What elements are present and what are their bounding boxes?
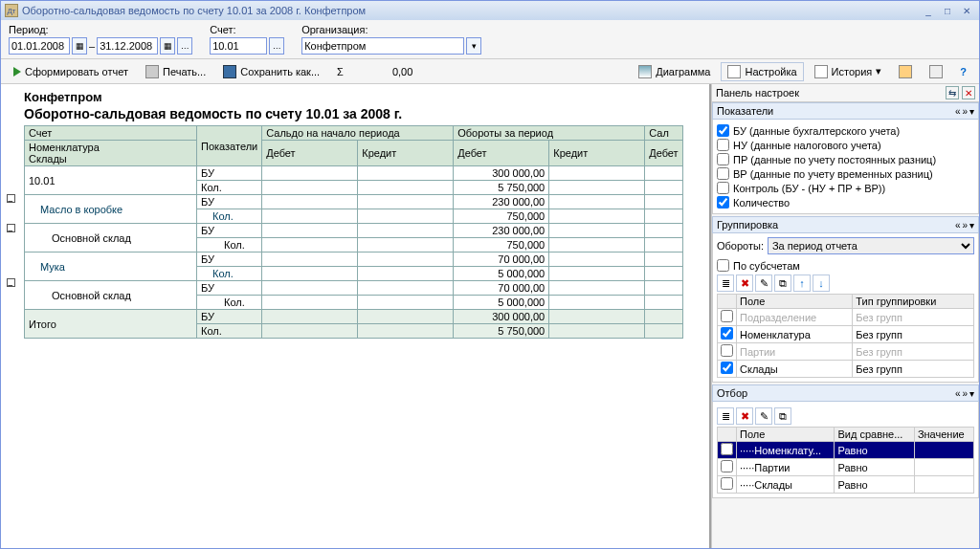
app-icon: Дт [5,4,18,17]
sigma-button[interactable]: Σ [330,63,350,80]
history-button[interactable]: История ▾ [808,62,889,81]
filter-row[interactable]: ·····Номенклату...Равно [718,442,974,459]
date-from-cal-icon[interactable]: ▦ [72,37,87,55]
chev-right-icon[interactable]: » [962,106,968,117]
report-table: Счет Показатели Сальдо на начало периода… [24,125,683,339]
section-group: Группировка«»▾ Обороты: За период отчета… [712,216,979,383]
section-group-header[interactable]: Группировка«»▾ [712,216,979,233]
arrow-down-icon[interactable]: ↓ [813,274,830,292]
tool-button-2[interactable] [923,62,949,81]
obor-select[interactable]: За период отчета [768,237,974,254]
help-button[interactable]: ? [953,63,973,80]
group-add-icon[interactable]: ≣ [717,274,734,292]
collapse-handle[interactable]: − [7,224,15,232]
filter-add-icon[interactable]: ≣ [717,407,734,425]
group-row[interactable]: СкладыБез групп [718,361,974,378]
content-area: − − − Конфетпром Оборотно-сальдовая ведо… [1,84,979,548]
sum-value: 0,00 [392,66,412,77]
col-deb2: Дебет [454,141,549,166]
panel-title: Панель настроек [716,87,799,99]
settings-icon [727,65,741,78]
row-total-bu-val: 300 000,00 [454,310,549,324]
org-input[interactable] [301,37,464,55]
chk-bu[interactable] [717,124,729,137]
chk-qty[interactable] [717,196,729,209]
account-select-button[interactable]: … [269,37,284,55]
table-row[interactable]: Масло в коробкеБУ230 000,00 [25,195,683,209]
group-row[interactable]: ПодразделениеБез групп [718,309,974,326]
chevron-down-icon: ▾ [876,65,881,77]
section-filter-header[interactable]: Отбор«»▾ [712,384,979,402]
chk-vr[interactable] [717,167,729,180]
help-icon: ? [960,66,967,77]
history-icon [814,65,828,78]
table-row[interactable]: Основной складБУ70 000,00 [25,281,683,296]
chev-down-icon[interactable]: ▾ [969,106,974,117]
collapse-handle[interactable]: − [7,194,15,203]
period-dash: – [89,40,95,52]
saveas-button[interactable]: Сохранить как... [216,62,326,81]
filter-row[interactable]: ·····ПартииРавно [718,459,974,476]
chk-ctrl[interactable] [717,182,729,194]
close-button[interactable]: ✕ [958,4,975,17]
tool-button-1[interactable] [892,62,919,81]
sigma-icon: Σ [337,66,344,77]
obor-label: Обороты: [717,240,764,252]
row-total-name: Итого [25,310,197,339]
arrow-up-icon[interactable]: ↑ [793,274,811,292]
chk-nu[interactable] [717,139,729,151]
date-to-input[interactable] [97,37,158,55]
form-report-label: Сформировать отчет [25,66,128,77]
tool-icon [899,65,912,78]
app-window: Дт Оборотно-сальдовая ведомость по счету… [0,0,980,549]
col-ozp: Обороты за период [454,126,645,141]
panel-close-icon[interactable]: ✕ [962,86,975,99]
filter-row[interactable]: ·····СкладыРавно [718,476,974,494]
report-area: − − − Конфетпром Оборотно-сальдовая ведо… [1,84,711,548]
disk-icon [223,65,236,78]
panel-header: Панель настроек ⇆ ✕ [712,84,979,102]
report-org: Конфетпром [20,86,709,104]
group-row[interactable]: НоменклатураБез групп [718,326,974,343]
group-edit-icon[interactable]: ✎ [755,274,772,292]
group-table: ПолеТип группировки ПодразделениеБез гру… [717,294,974,378]
chk-pr[interactable] [717,153,729,165]
params-bar: Период: ▦ – ▦ … Счет: … Организация: ▾ [1,20,979,59]
diagram-button[interactable]: Диаграмма [632,62,717,81]
account-input[interactable] [210,37,267,55]
date-from-input[interactable] [9,37,70,55]
filter-edit-icon[interactable]: ✎ [755,407,772,425]
row-total-kol-val: 5 750,000 [454,324,549,339]
filter-copy-icon[interactable]: ⧉ [774,407,791,425]
history-label: История [832,66,873,77]
minimize-button[interactable]: _ [920,4,937,17]
col-deb1: Дебет [262,141,358,166]
settings-button[interactable]: Настройка [721,62,803,81]
table-row[interactable]: 10.01БУ300 000,00 [25,166,683,181]
col-kre2: Кредит [549,141,645,166]
org-label: Организация: [301,24,481,35]
date-to-cal-icon[interactable]: ▦ [160,37,175,55]
section-pokazateli: Показатели«»▾ БУ (данные бухгалтерского … [712,102,979,214]
maximize-button[interactable]: □ [939,4,956,17]
col-deb3: Дебет [645,141,682,166]
group-del-icon[interactable]: ✖ [736,274,753,292]
period-select-button[interactable]: … [177,37,192,55]
group-copy-icon[interactable]: ⧉ [774,274,791,292]
page-icon [929,65,943,78]
table-row[interactable]: МукаБУ70 000,00 [25,253,683,267]
print-button[interactable]: Печать... [139,62,212,81]
filter-del-icon[interactable]: ✖ [736,407,753,425]
print-label: Печать... [163,66,206,77]
table-row[interactable]: Основной складБУ230 000,00 [25,224,683,238]
collapse-handle[interactable]: − [7,278,15,287]
group-toolbar: ≣ ✖ ✎ ⧉ ↑ ↓ [717,273,974,294]
section-pokazateli-header[interactable]: Показатели«»▾ [712,102,979,120]
chev-left-icon[interactable]: « [955,106,961,117]
form-report-button[interactable]: Сформировать отчет [7,63,135,80]
panel-restore-icon[interactable]: ⇆ [946,86,959,99]
org-dropdown-button[interactable]: ▾ [466,37,481,55]
group-row[interactable]: ПартииБез групп [718,343,974,361]
chk-subacc[interactable] [717,259,729,272]
row-total-kol: Кол. [197,324,262,339]
